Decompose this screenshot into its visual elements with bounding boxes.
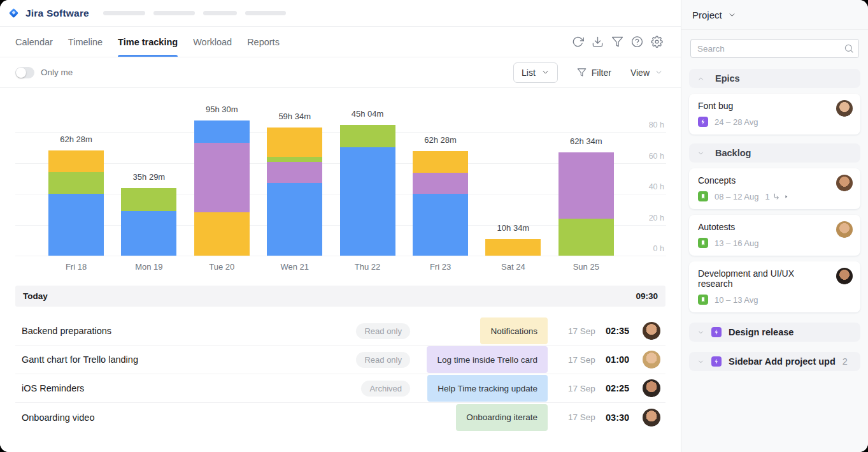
only-me-toggle[interactable] [15, 67, 34, 78]
skeleton-pill [103, 11, 145, 15]
header-skeleton-group [103, 11, 286, 15]
task-tag[interactable]: Log time inside Trello card [427, 346, 548, 373]
bar-segment-yellow [413, 151, 468, 173]
story-icon [698, 238, 708, 248]
bar-total-label: 35h 29m [110, 172, 187, 182]
story-icon [698, 295, 708, 305]
chevron-down-icon [541, 68, 550, 77]
issue-card-font-bug[interactable]: Font bug24 – 28 Avg [689, 94, 860, 135]
task-date: 17 Sep [568, 384, 597, 393]
bar-segment-yellow [48, 150, 104, 172]
issue-title: Autotests [698, 222, 851, 232]
tag-column: Onboarding iterate [423, 404, 548, 431]
sidebar: Project EpicsFont bug24 – 28 AvgBacklogC… [681, 0, 868, 452]
jira-diamond-icon [8, 7, 20, 19]
task-row[interactable]: Backend preparationsRead onlyNotificatio… [15, 317, 665, 346]
chevron-down-icon[interactable] [697, 329, 704, 336]
issue-dates: 13 – 16 Aug [715, 238, 758, 248]
task-tag[interactable]: Help Time tracking update [427, 375, 548, 402]
filter-icon [577, 68, 587, 77]
sidebar-sections: EpicsFont bug24 – 28 AvgBacklogConcepts0… [681, 60, 868, 371]
task-date: 17 Sep [568, 355, 597, 365]
bar-segment-blue [413, 194, 468, 256]
task-row[interactable]: Gantt chart for Trello landingRead onlyL… [15, 346, 665, 374]
chevron-down-icon[interactable] [697, 358, 704, 365]
issue-card-development-and-ui-ux-research[interactable]: Development and UI/UX research10 – 13 Av… [689, 261, 860, 312]
task-date: 17 Sep [568, 412, 597, 422]
x-axis-day-label: Mon 19 [110, 262, 187, 272]
refresh-icon[interactable] [572, 36, 584, 48]
section-header-epics[interactable]: Epics [689, 69, 860, 88]
bar-segment-green [121, 188, 176, 211]
avatar [836, 100, 853, 117]
bar-segment-yellow [267, 128, 322, 157]
task-logged-time: 03:30 [606, 412, 635, 423]
tab-reports[interactable]: Reports [247, 27, 280, 57]
today-bar[interactable]: Today 09:30 [15, 286, 665, 307]
chart-bar-mon-19[interactable] [121, 188, 176, 256]
help-icon[interactable] [631, 36, 643, 48]
bar-total-label: 59h 34m [256, 112, 333, 121]
section-title: Backlog [715, 148, 751, 158]
caret-right-icon[interactable] [783, 194, 789, 200]
x-axis-day-label: Tue 20 [183, 262, 260, 272]
group-header-sidebar-add-project-upd[interactable]: Sidebar Add project upd2 [689, 352, 860, 371]
x-axis-day-label: Wen 21 [256, 262, 333, 272]
bar-total-label: 62h 28m [402, 135, 479, 145]
list-dropdown[interactable]: List [513, 62, 558, 83]
epic-icon [711, 356, 722, 367]
task-title: Backend preparations [15, 326, 356, 336]
bar-segment-green [267, 157, 322, 162]
x-axis-day-label: Sat 24 [474, 262, 551, 272]
tabs: CalendarTimelineTime trackingWorkloadRep… [15, 27, 280, 57]
sidebar-search [690, 39, 859, 58]
bar-segment-green [559, 219, 614, 256]
branch-icon [772, 193, 781, 201]
chart-bar-thu-22[interactable] [340, 125, 395, 256]
group-count: 2 [843, 356, 848, 367]
tab-timeline[interactable]: Timeline [68, 27, 103, 57]
bar-total-label: 95h 30m [183, 105, 260, 114]
gear-icon[interactable] [651, 36, 663, 48]
group-header-design-release[interactable]: Design release [689, 323, 860, 342]
view-dropdown[interactable]: View [630, 68, 663, 78]
task-row[interactable]: Onboarding videoOnboarding iterate17 Sep… [15, 403, 665, 432]
subtask-count: 1 [765, 192, 769, 201]
task-tag[interactable]: Notifications [480, 317, 548, 344]
bar-segment-yellow [485, 239, 541, 256]
issue-title: Development and UI/UX research [698, 268, 851, 289]
issue-dates: 10 – 13 Avg [715, 295, 758, 305]
task-title: Gantt chart for Trello landing [15, 354, 356, 365]
chart-bar-wen-21[interactable] [267, 128, 322, 256]
chevron-up-icon[interactable] [697, 75, 704, 82]
bar-total-label: 62h 34m [548, 136, 625, 146]
chart-bar-tue-20[interactable] [194, 120, 250, 256]
bar-total-label: 10h 34m [474, 223, 551, 233]
tab-workload[interactable]: Workload [193, 27, 232, 57]
chart-bar-fri-18[interactable] [48, 150, 104, 256]
issue-card-autotests[interactable]: Autotests13 – 16 Aug [689, 215, 860, 256]
toggle-knob [16, 68, 26, 78]
avatar [643, 409, 660, 426]
bar-segment-purple [194, 143, 250, 212]
project-dropdown[interactable]: Project [681, 0, 868, 30]
tab-time-tracking[interactable]: Time tracking [118, 27, 178, 57]
avatar [643, 379, 660, 397]
task-row[interactable]: iOS RemindersArchivedHelp Time tracking … [15, 374, 665, 403]
chart-bar-sat-24[interactable] [485, 239, 541, 256]
task-tag[interactable]: Onboarding iterate [456, 404, 548, 431]
section-header-backlog[interactable]: Backlog [689, 143, 860, 163]
section-title: Epics [715, 73, 740, 84]
bar-segment-green [340, 125, 395, 147]
chart-bar-fri-23[interactable] [413, 151, 468, 256]
download-icon[interactable] [592, 36, 604, 48]
chevron-down-icon[interactable] [697, 150, 704, 157]
tab-calendar[interactable]: Calendar [15, 27, 53, 57]
chart-bar-sun-25[interactable] [559, 152, 614, 256]
funnel-icon[interactable] [611, 36, 623, 48]
search-input[interactable] [690, 39, 859, 58]
bar-total-label: 45h 04m [329, 109, 406, 119]
main-panel: Jira Software CalendarTimelineTime track… [0, 0, 681, 452]
filter-button[interactable]: Filter [577, 68, 611, 78]
issue-card-concepts[interactable]: Concepts08 – 12 Aug1 [689, 168, 860, 209]
